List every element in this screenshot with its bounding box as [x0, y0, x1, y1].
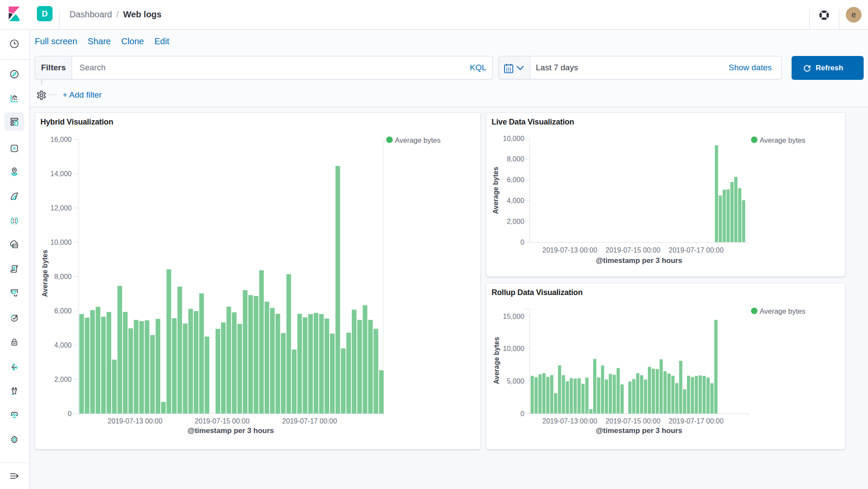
svg-text:2019-07-15 00:00: 2019-07-15 00:00 — [606, 246, 660, 254]
svg-text:8,000: 8,000 — [54, 273, 72, 280]
svg-text:Average bytes: Average bytes — [760, 136, 805, 144]
svg-text:@timestamp per 3 hours: @timestamp per 3 hours — [188, 427, 274, 435]
svg-text:8,000: 8,000 — [507, 155, 524, 163]
svg-text:Average bytes: Average bytes — [493, 337, 500, 384]
svg-text:10,000: 10,000 — [503, 345, 524, 352]
svg-text:@timestamp per 3 hours: @timestamp per 3 hours — [596, 256, 682, 265]
svg-text:2019-07-17 00:00: 2019-07-17 00:00 — [669, 246, 723, 254]
svg-text:2019-07-17 00:00: 2019-07-17 00:00 — [282, 417, 337, 425]
svg-text:Average bytes: Average bytes — [760, 307, 805, 315]
svg-text:2019-07-13 00:00: 2019-07-13 00:00 — [542, 246, 597, 254]
svg-text:4,000: 4,000 — [507, 197, 524, 204]
svg-text:10,000: 10,000 — [503, 135, 524, 142]
svg-text:0: 0 — [520, 410, 524, 417]
svg-text:2,000: 2,000 — [507, 218, 524, 225]
svg-text:Average bytes: Average bytes — [395, 136, 441, 144]
svg-text:2019-07-15 00:00: 2019-07-15 00:00 — [195, 417, 249, 425]
svg-text:6,000: 6,000 — [507, 176, 524, 184]
svg-text:16,000: 16,000 — [50, 136, 72, 143]
svg-text:0: 0 — [68, 410, 72, 417]
svg-text:2019-07-13 00:00: 2019-07-13 00:00 — [108, 417, 162, 425]
svg-text:2019-07-13 00:00: 2019-07-13 00:00 — [542, 417, 597, 425]
svg-text:14,000: 14,000 — [50, 170, 72, 177]
svg-text:Average bytes: Average bytes — [41, 250, 49, 297]
svg-text:15,000: 15,000 — [503, 313, 524, 320]
svg-text:2019-07-17 00:00: 2019-07-17 00:00 — [669, 417, 723, 425]
svg-text:6,000: 6,000 — [54, 307, 72, 315]
svg-text:10,000: 10,000 — [50, 239, 72, 246]
svg-text:4,000: 4,000 — [54, 341, 72, 349]
svg-text:0: 0 — [520, 239, 524, 246]
svg-text:2019-07-15 00:00: 2019-07-15 00:00 — [606, 417, 660, 425]
svg-text:2,000: 2,000 — [54, 376, 72, 383]
svg-text:5,000: 5,000 — [507, 377, 524, 385]
svg-text:Average bytes: Average bytes — [492, 167, 500, 214]
svg-text:12,000: 12,000 — [50, 204, 72, 212]
svg-text:@timestamp per 3 hours: @timestamp per 3 hours — [596, 427, 682, 435]
